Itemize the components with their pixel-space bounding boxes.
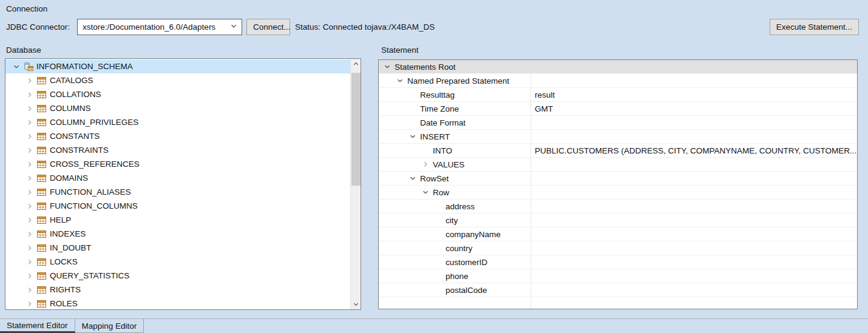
statement-label-cell[interactable]: Resulttag <box>379 88 531 101</box>
statement-value-cell[interactable] <box>531 186 857 199</box>
scrollbar-thumb[interactable] <box>351 73 361 186</box>
chevron-right-icon[interactable] <box>25 271 35 281</box>
execute-statement-button[interactable]: Execute Statement... <box>770 19 859 35</box>
chevron-right-icon[interactable] <box>25 243 35 253</box>
db-tree-item-help[interactable]: HELP <box>5 213 350 227</box>
statement-row-values[interactable]: VALUES <box>379 158 857 172</box>
statement-value-cell[interactable] <box>531 158 857 171</box>
db-tree-item-constraints[interactable]: CONSTRAINTS <box>5 143 350 157</box>
scroll-up-icon[interactable] <box>351 59 361 69</box>
statement-label-cell[interactable]: INTO <box>379 144 531 157</box>
db-tree-item-column_privileges[interactable]: COLUMN_PRIVILEGES <box>5 115 350 129</box>
tab-statement-editor[interactable]: Statement Editor <box>0 319 75 333</box>
db-tree-item-domains[interactable]: DOMAINS <box>5 171 350 185</box>
statement-row-into[interactable]: INTOPUBLIC.CUSTOMERS (ADDRESS, CITY, COM… <box>379 144 857 158</box>
statement-row-statements-root[interactable]: Statements Root <box>379 60 857 74</box>
statement-value-cell[interactable] <box>531 60 857 73</box>
db-tree-item-function_columns[interactable]: FUNCTION_COLUMNS <box>5 199 350 213</box>
chevron-right-icon[interactable] <box>25 215 35 225</box>
statement-row-city[interactable]: city <box>379 214 857 227</box>
chevron-right-icon[interactable] <box>25 118 35 127</box>
statement-label-cell[interactable]: country <box>379 241 531 255</box>
chevron-right-icon[interactable] <box>25 132 35 141</box>
chevron-right-icon[interactable] <box>25 104 35 113</box>
statement-value-cell[interactable] <box>531 241 857 255</box>
chevron-down-icon[interactable] <box>382 62 392 72</box>
db-tree-item-columns[interactable]: COLUMNS <box>5 101 350 115</box>
statement-row-empty[interactable] <box>379 297 857 309</box>
db-tree-item-roles[interactable]: ROLES <box>5 297 350 309</box>
statement-label-cell[interactable] <box>379 297 531 309</box>
chevron-right-icon[interactable] <box>25 299 35 309</box>
chevron-right-icon[interactable] <box>25 285 35 295</box>
db-tree-item-rights[interactable]: RIGHTS <box>5 283 350 297</box>
db-tree-item-catalogs[interactable]: CATALOGS <box>5 73 350 87</box>
chevron-down-icon[interactable] <box>395 76 405 86</box>
scroll-down-icon[interactable] <box>351 299 361 309</box>
db-tree-item-function_aliases[interactable]: FUNCTION_ALIASES <box>5 185 350 199</box>
statement-row-phone[interactable]: phone <box>379 269 857 283</box>
statement-label-cell[interactable]: companyName <box>379 227 531 241</box>
chevron-right-icon[interactable] <box>25 187 35 197</box>
statement-label-cell[interactable]: customerID <box>379 255 531 269</box>
chevron-down-icon[interactable] <box>12 62 21 72</box>
statement-label-cell[interactable]: address <box>379 200 531 213</box>
column-divider[interactable] <box>531 60 531 309</box>
chevron-right-icon[interactable] <box>25 229 35 239</box>
statement-value-cell[interactable] <box>531 130 857 143</box>
statement-label-cell[interactable]: Named Prepared Statement <box>379 74 531 87</box>
statement-label-cell[interactable]: Date Format <box>379 116 531 129</box>
statement-value-cell[interactable] <box>531 283 857 297</box>
statement-row-rowset[interactable]: RowSet <box>379 172 857 186</box>
statement-value-cell[interactable]: result <box>531 88 857 101</box>
chevron-right-icon[interactable] <box>25 160 35 169</box>
chevron-right-icon[interactable] <box>25 76 35 86</box>
statement-value-cell[interactable] <box>531 227 857 241</box>
statement-value-cell[interactable] <box>531 74 857 87</box>
statement-label-cell[interactable]: city <box>379 214 531 227</box>
statement-row-customerid[interactable]: customerID <box>379 255 857 269</box>
statement-row-country[interactable]: country <box>379 241 857 255</box>
statement-row-named-prepared-statement[interactable]: Named Prepared Statement <box>379 74 857 88</box>
db-tree-item-locks[interactable]: LOCKS <box>5 255 350 269</box>
statement-value-cell[interactable] <box>531 116 857 129</box>
tab-mapping-editor[interactable]: Mapping Editor <box>75 319 144 333</box>
statement-row-companyname[interactable]: companyName <box>379 227 857 241</box>
db-tree-item-in_doubt[interactable]: IN_DOUBT <box>5 241 350 255</box>
statement-value-cell[interactable]: PUBLIC.CUSTOMERS (ADDRESS, CITY, COMPANY… <box>531 144 857 157</box>
statement-row-time-zone[interactable]: Time ZoneGMT <box>379 102 857 116</box>
statement-label-cell[interactable]: INSERT <box>379 130 531 143</box>
statement-label-cell[interactable]: Statements Root <box>379 60 531 73</box>
statement-label-cell[interactable]: Row <box>379 186 531 199</box>
statement-row-postalcode[interactable]: postalCode <box>379 283 857 297</box>
chevron-right-icon[interactable] <box>25 90 35 99</box>
database-scrollbar[interactable] <box>350 59 361 309</box>
statement-row-address[interactable]: address <box>379 200 857 214</box>
statement-value-cell[interactable] <box>531 172 857 185</box>
db-tree-item-collations[interactable]: COLLATIONS <box>5 87 350 101</box>
statement-row-date-format[interactable]: Date Format <box>379 116 857 130</box>
chevron-right-icon[interactable] <box>25 146 35 155</box>
statement-label-cell[interactable]: Time Zone <box>379 102 531 115</box>
chevron-down-icon[interactable] <box>408 132 418 141</box>
chevron-right-icon[interactable] <box>25 173 35 183</box>
statement-value-cell[interactable] <box>531 200 857 213</box>
db-tree-item-constants[interactable]: CONSTANTS <box>5 129 350 143</box>
statement-value-cell[interactable] <box>531 255 857 269</box>
chevron-down-icon[interactable] <box>421 187 430 197</box>
statement-value-cell[interactable] <box>531 269 857 283</box>
statement-row-row[interactable]: Row <box>379 186 857 200</box>
statement-label-cell[interactable]: postalCode <box>379 283 531 297</box>
statement-label-cell[interactable]: RowSet <box>379 172 531 185</box>
chevron-down-icon[interactable] <box>408 173 418 183</box>
connect-button[interactable]: Connect... <box>246 19 290 35</box>
chevron-right-icon[interactable] <box>421 160 430 169</box>
statement-row-resulttag[interactable]: Resulttagresult <box>379 88 857 102</box>
chevron-right-icon[interactable] <box>25 257 35 267</box>
statement-value-cell[interactable] <box>531 214 857 227</box>
db-tree-item-information_schema[interactable]: INFORMATION_SCHEMA <box>5 59 350 73</box>
db-tree-item-query_statistics[interactable]: QUERY_STATISTICS <box>5 269 350 283</box>
statement-value-cell[interactable]: GMT <box>531 102 857 115</box>
db-tree-item-cross_references[interactable]: CROSS_REFERENCES <box>5 157 350 171</box>
statement-row-insert[interactable]: INSERT <box>379 130 857 144</box>
